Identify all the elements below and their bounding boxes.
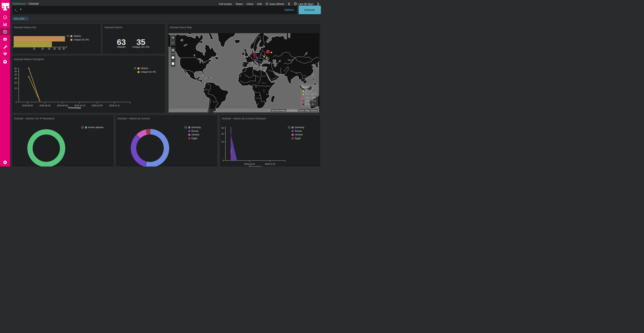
- svg-text:30: 30: [14, 77, 17, 79]
- svg-text:2018-09-30: 2018-09-30: [57, 104, 68, 107]
- svg-text:20: 20: [14, 82, 17, 84]
- svg-text:30: 30: [222, 127, 224, 129]
- svg-text:40: 40: [14, 74, 17, 76]
- svg-text:60: 60: [14, 67, 17, 70]
- svg-text:2018-11-01: 2018-11-01: [265, 163, 276, 165]
- svg-text:0: 0: [222, 159, 224, 162]
- svg-text:2018-10-01: 2018-10-01: [244, 163, 255, 165]
- svg-text:Timestamp: Timestamp: [68, 106, 81, 109]
- svg-text:10: 10: [222, 141, 224, 143]
- svg-text:0: 0: [16, 101, 17, 103]
- svg-text:2018-09-16: 2018-09-16: [40, 104, 50, 107]
- svg-text:2018-11-11: 2018-11-11: [109, 104, 120, 107]
- svg-text:2018-10-28: 2018-10-28: [92, 104, 102, 107]
- svg-text:Timestamp: Timestamp: [249, 165, 262, 167]
- svg-text:10: 10: [14, 87, 17, 89]
- svg-text:50: 50: [14, 70, 17, 73]
- svg-text:20: 20: [222, 133, 224, 135]
- svg-text:2018-09-02: 2018-09-02: [22, 104, 33, 107]
